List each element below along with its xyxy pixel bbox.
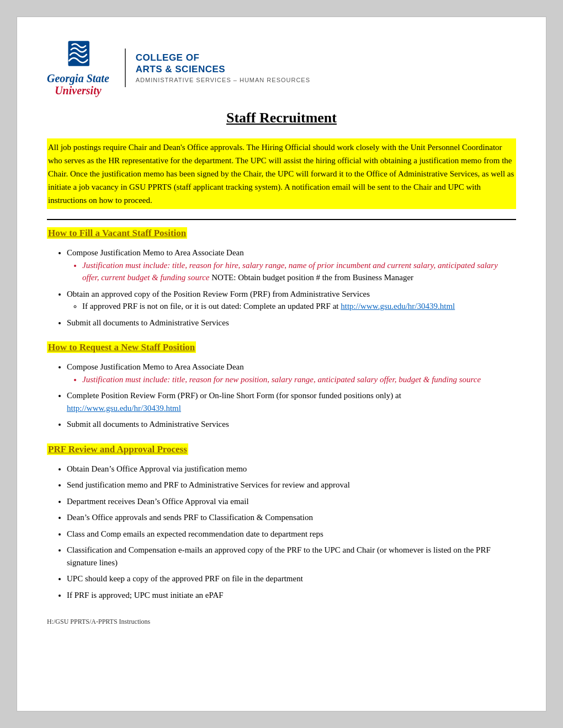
college-name-line2: ARTS & SCIENCES bbox=[136, 64, 310, 75]
list-item: Department receives Dean’s Office Approv… bbox=[67, 495, 516, 508]
circle-list-item: If approved PRF is not on file, or it is… bbox=[82, 300, 516, 313]
college-info: COLLEGE OF ARTS & SCIENCES ADMINISTRATIV… bbox=[136, 52, 310, 83]
section-heading-request-new: How to Request a New Staff Position bbox=[47, 341, 196, 353]
list-item: UPC should keep a copy of the approved P… bbox=[67, 572, 516, 585]
prf-link-new[interactable]: http://www.gsu.edu/hr/30439.html bbox=[67, 404, 181, 413]
sub-list: Justification must include: title, reaso… bbox=[82, 373, 516, 386]
section-request-new: How to Request a New Staff Position Comp… bbox=[47, 342, 516, 431]
list-item: Compose Justification Memo to Area Assoc… bbox=[67, 361, 516, 386]
list-item: Submit all documents to Administrative S… bbox=[67, 418, 516, 431]
section-heading-prf: PRF Review and Approval Process bbox=[47, 443, 188, 455]
header: Georgia State University COLLEGE OF ARTS… bbox=[47, 39, 516, 97]
list-item: Submit all documents to Administrative S… bbox=[67, 317, 516, 329]
sub-list-item: Justification must include: title, reaso… bbox=[82, 373, 516, 386]
page-title: Staff Recruitment bbox=[47, 110, 516, 126]
college-name-line1: COLLEGE OF bbox=[136, 52, 310, 63]
section-prf-review: PRF Review and Approval Process Obtain D… bbox=[47, 444, 516, 602]
section-fill-vacant: How to Fill a Vacant Staff Position Comp… bbox=[47, 228, 516, 329]
section-heading-prf-wrap: PRF Review and Approval Process bbox=[47, 444, 516, 455]
request-new-list: Compose Justification Memo to Area Assoc… bbox=[67, 361, 516, 431]
list-item: Dean’s Office approvals and sends PRF to… bbox=[67, 511, 516, 524]
gsu-logo: Georgia State University bbox=[47, 39, 109, 97]
section-divider-1 bbox=[47, 219, 516, 220]
list-item: Obtain Dean’s Office Approval via justif… bbox=[67, 463, 516, 475]
fill-vacant-list: Compose Justification Memo to Area Assoc… bbox=[67, 247, 516, 329]
sub-list: Justification must include: title, reaso… bbox=[82, 259, 516, 284]
list-item: Class and Comp emails an expected recomm… bbox=[67, 528, 516, 540]
document-page: Georgia State University COLLEGE OF ARTS… bbox=[17, 17, 546, 711]
list-item: Compose Justification Memo to Area Assoc… bbox=[67, 247, 516, 284]
section-heading-request-new-wrap: How to Request a New Staff Position bbox=[47, 342, 516, 353]
gsu-waves-icon bbox=[59, 39, 97, 72]
footer-note: H:/GSU PPRTS/A-PPRTS Instructions bbox=[47, 618, 516, 626]
list-item: Classification and Compensation e-mails … bbox=[67, 544, 516, 569]
list-item: If PRF is approved; UPC must initiate an… bbox=[67, 589, 516, 602]
prf-review-list: Obtain Dean’s Office Approval via justif… bbox=[67, 463, 516, 602]
header-divider bbox=[125, 49, 126, 87]
list-item: Complete Position Review Form (PRF) or O… bbox=[67, 389, 516, 414]
college-sub: ADMINISTRATIVE SERVICES – HUMAN RESOURCE… bbox=[136, 77, 310, 83]
list-item: Send justification memo and PRF to Admin… bbox=[67, 479, 516, 491]
list-item: Obtain an approved copy of the Position … bbox=[67, 288, 516, 313]
section-heading-fill-vacant-wrap: How to Fill a Vacant Staff Position bbox=[47, 228, 516, 239]
circle-list: If approved PRF is not on file, or it is… bbox=[82, 300, 516, 313]
intro-paragraph: All job postings require Chair and Dean'… bbox=[47, 138, 516, 209]
prf-link-fill[interactable]: http://www.gsu.edu/hr/30439.html bbox=[341, 302, 455, 311]
section-heading-fill-vacant: How to Fill a Vacant Staff Position bbox=[47, 227, 187, 239]
sub-list-item: Justification must include: title, reaso… bbox=[82, 259, 516, 284]
